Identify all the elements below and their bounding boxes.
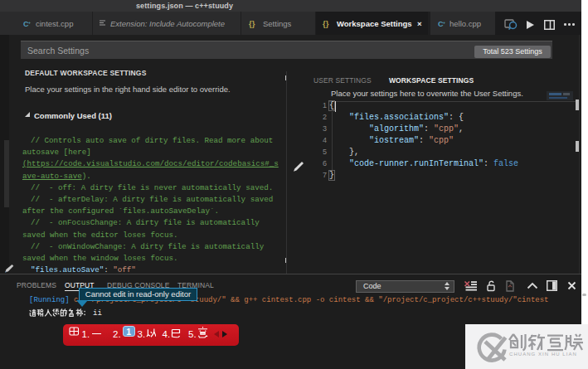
svg-text:+: + <box>443 20 445 25</box>
svg-text:+: + <box>28 20 31 25</box>
